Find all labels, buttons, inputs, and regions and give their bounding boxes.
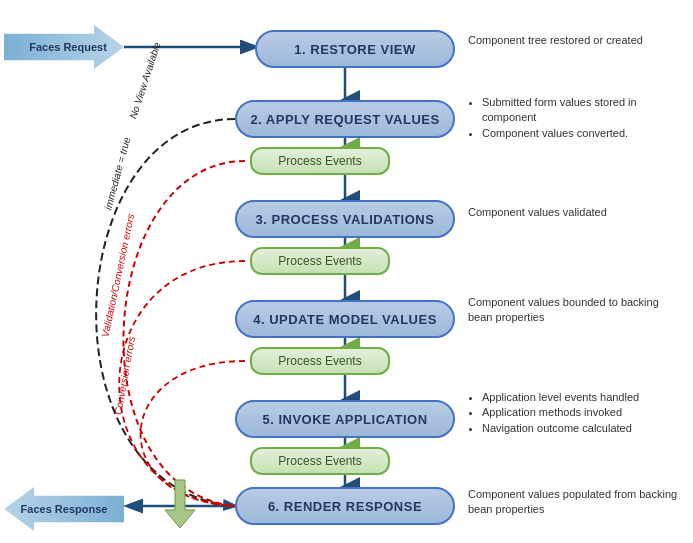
faces-response-label: Faces Response <box>4 487 124 531</box>
phase-1-box: 1. RESTORE VIEW <box>255 30 455 68</box>
annotation-phase1: Component tree restored or created <box>468 33 686 48</box>
annotation-phase4: Component values bounded to backing bean… <box>468 295 686 326</box>
diagram-container: Faces Request 1. RESTORE VIEW 2. APPLY R… <box>0 0 693 543</box>
phase-4-box: 4. UPDATE MODEL VALUES <box>235 300 455 338</box>
annotation-phase3: Component values validated <box>468 205 686 220</box>
phase-3-box: 3. PROCESS VALIDATIONS <box>235 200 455 238</box>
process-events-2: Process Events <box>250 247 390 275</box>
phase-6-box: 6. RENDER RESPONSE <box>235 487 455 525</box>
immediate-label: immediate = true <box>102 136 132 211</box>
faces-request-label: Faces Request <box>29 41 107 53</box>
faces-request-arrow: Faces Request <box>4 25 124 69</box>
process-events-4: Process Events <box>250 447 390 475</box>
phase-2-box: 2. APPLY REQUEST VALUES <box>235 100 455 138</box>
process-events-3: Process Events <box>250 347 390 375</box>
annotation-phase6: Component values populated from backing … <box>468 487 686 518</box>
annotation-phase5: Application level events handled Applica… <box>468 390 686 436</box>
validation-label: Validation/Conversion errors <box>99 213 136 338</box>
conversion-label: Conversion errors <box>112 335 137 415</box>
annotation-phase2: Submitted form values stored in componen… <box>468 95 686 141</box>
no-view-label: No View Available <box>127 41 162 120</box>
svg-marker-11 <box>165 480 195 528</box>
process-events-1: Process Events <box>250 147 390 175</box>
phase-5-box: 5. INVOKE APPLICATION <box>235 400 455 438</box>
